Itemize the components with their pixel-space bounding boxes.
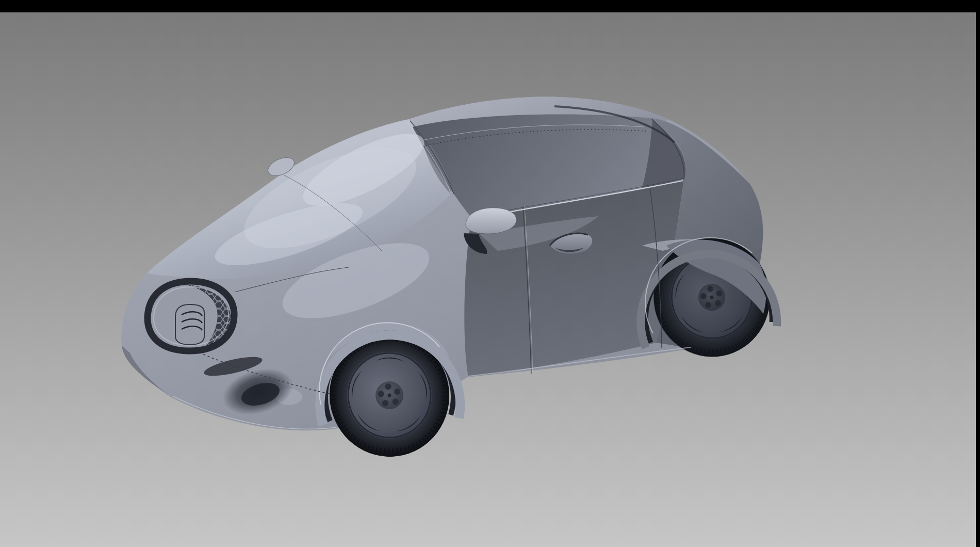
top-letterbox-bar xyxy=(0,0,980,12)
car-model[interactable] xyxy=(121,97,779,464)
front-grille[interactable] xyxy=(148,281,234,351)
3d-viewport[interactable] xyxy=(0,12,976,547)
app-window xyxy=(0,0,980,547)
right-letterbox-strip xyxy=(976,0,980,547)
render-scene xyxy=(0,12,980,547)
